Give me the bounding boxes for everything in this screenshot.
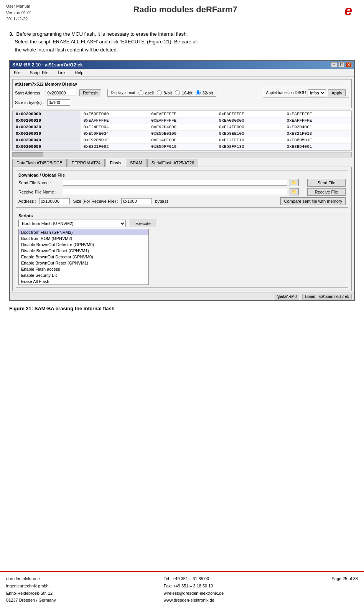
download-title: Download / Upload File	[18, 173, 346, 177]
scripts-dropdown-list: Boot from Flash (GPNVM2)Boot from ROM (G…	[18, 229, 149, 285]
company-name: dresden elektronik	[6, 575, 56, 582]
menu-script-file[interactable]: Script File	[28, 69, 51, 76]
mem-col4: 0xE321F013	[283, 130, 351, 137]
tabs-bar: DataFlash AT45DB/DCBEEPROM AT24FlashSRAM…	[12, 159, 352, 167]
table-row: 0x00200030 0xE59FE034 0xE59E0100 0xE58EE…	[13, 130, 351, 137]
list-item[interactable]: Boot from ROM (GPNVM2)	[19, 235, 148, 241]
header-left: User Manual Version 01.01 2011-12-22	[6, 3, 32, 22]
close-button[interactable]: ✕	[346, 62, 352, 68]
format-16bit-radio[interactable]	[175, 90, 180, 95]
display-format-title: Display format	[111, 91, 135, 95]
tab-sram[interactable]: SRAM	[126, 159, 147, 167]
horizontal-scrollbar[interactable]	[12, 152, 352, 157]
list-item[interactable]: Boot from Flash (GPNVM2)	[19, 229, 148, 235]
start-address-input[interactable]	[46, 90, 76, 96]
applet-title: Applet traces on DBGU	[266, 91, 306, 95]
company-logo: e	[339, 3, 358, 18]
format-16bit[interactable]: 16-bit	[175, 90, 193, 95]
receive-file-row: Receive File Name : 📁 Receive File	[18, 188, 346, 196]
list-item[interactable]: Disable BrownOut Reset (GPNVM1)	[19, 248, 148, 254]
scroll-thumb[interactable]	[13, 152, 43, 157]
company-type: ingenieurtechnik gmbh	[6, 582, 56, 590]
maximize-button[interactable]: ☐	[338, 62, 344, 68]
refresh-button[interactable]: Refresh	[79, 89, 101, 96]
mem-col2: 0xE1A0E00F	[148, 137, 216, 143]
jlink-status: \jlink\ARM0	[275, 294, 300, 299]
receive-file-input[interactable]	[63, 189, 287, 195]
receive-file-browse-button[interactable]: 📁	[290, 188, 299, 195]
format-32bit[interactable]: 32-bit	[196, 90, 213, 95]
list-item[interactable]: Disable BrownOut Detector (GPNVM0)	[19, 241, 148, 248]
footer-email: wireless@dresden-elektronik.de	[164, 590, 224, 597]
address-row: Address : Size (For Receive File) : byte…	[18, 197, 346, 205]
apply-button[interactable]: Apply	[328, 89, 346, 96]
mem-addr: 0x00200050	[13, 143, 81, 150]
execute-button[interactable]: Execute	[129, 220, 157, 227]
mem-col4: 0xEAFFFFFE	[283, 111, 351, 117]
mem-col2: 0xEAFFFFFE	[148, 117, 216, 124]
tab-dataflash-at45db/dcb[interactable]: DataFlash AT45DB/DCB	[12, 159, 67, 167]
memory-display-title: at91sam7x512 Memory Display	[15, 82, 349, 86]
receive-file-label: Receive File Name :	[18, 190, 61, 194]
send-file-button[interactable]: Send File	[307, 179, 346, 187]
list-item[interactable]: Enable BrownOut Reset (GPNVM1)	[19, 260, 148, 266]
footer-col1: dresden elektronik ingenieurtechnik gmbh…	[6, 575, 56, 604]
mem-addr: 0x00200010	[13, 117, 81, 124]
table-row: 0x00200000 0xE59FF060 0xEAFFFFFE 0xEAFFF…	[13, 111, 351, 117]
size-input[interactable]	[47, 99, 70, 106]
mem-addr: 0x00200020	[13, 124, 81, 130]
receive-file-button[interactable]: Receive File	[307, 188, 346, 196]
address-input[interactable]	[39, 198, 70, 204]
compare-button[interactable]: Compare sent file with memory	[280, 197, 346, 205]
tabs-section: DataFlash AT45DB/DCBEEPROM AT24FlashSRAM…	[12, 159, 352, 291]
applet-select[interactable]: infos	[308, 89, 326, 96]
format-ascii-radio[interactable]	[138, 90, 143, 95]
status-bar: \jlink\ARM0 Board : at91sam7x512-ek	[10, 293, 354, 300]
step-line3: the whole internal flash content will be…	[15, 47, 118, 53]
sam-ba-window: SAM-BA 2.10 - at91sam7x512-ek – ☐ ✕ File…	[9, 60, 355, 301]
list-item[interactable]: Enable Flash access	[19, 266, 148, 272]
display-format-box: Display format ascii 8-bit 16-bit 32-bit	[107, 89, 216, 97]
send-file-input[interactable]	[63, 180, 287, 186]
tab-serialflash-at25/at26[interactable]: SerialFlash AT25/AT26	[147, 159, 198, 167]
mem-col3: 0xEA000000	[216, 117, 284, 124]
start-address-label: Start Address :	[15, 91, 43, 95]
company-address: Enno-Heidebroek-Str. 12	[6, 590, 56, 597]
mem-col2: 0xE59E0100	[148, 130, 216, 137]
memory-table: 0x00200000 0xE59FF060 0xEAFFFFFE 0xEAFFF…	[13, 111, 351, 150]
mem-col2: 0xE92D4000	[148, 124, 216, 130]
step-number: 3.	[9, 31, 13, 37]
scripts-row: Boot from Flash (GPNVM2)Boot from ROM (G…	[18, 220, 346, 227]
menu-help[interactable]: Help	[72, 69, 86, 76]
size-for-receive-input[interactable]	[121, 198, 152, 204]
mem-col1: 0xE59FF060	[81, 111, 148, 117]
mem-col4: 0xE8BD4001	[283, 143, 351, 150]
page-footer: dresden elektronik ingenieurtechnik gmbh…	[0, 571, 364, 607]
format-8bit-radio[interactable]	[157, 90, 162, 95]
tab-eeprom-at24[interactable]: EEPROM AT24	[68, 159, 105, 167]
send-file-browse-button[interactable]: 📁	[290, 179, 299, 186]
scripts-section: Scripts Boot from Flash (GPNVM2)Boot fro…	[16, 211, 348, 288]
size-for-receive-label: Size (For Receive File) :	[73, 199, 118, 203]
format-8bit[interactable]: 8-bit	[157, 90, 172, 95]
mem-col1: 0xEAFFFFFE	[81, 117, 148, 124]
send-file-label: Send File Name :	[18, 180, 61, 185]
window-title: SAM-BA 2.10 - at91sam7x512-ek	[12, 62, 83, 68]
date: 2011-12-22	[6, 16, 32, 22]
table-row: 0x00200050 0xE321F092 0xE59FF010 0xE58FF…	[13, 143, 351, 150]
menu-link[interactable]: Link	[56, 69, 68, 76]
memory-display-section: at91sam7x512 Memory Display Start Addres…	[12, 79, 352, 108]
format-32bit-radio[interactable]	[196, 90, 201, 95]
scripts-dropdown[interactable]: Boot from Flash (GPNVM2)Boot from ROM (G…	[18, 220, 126, 227]
list-item[interactable]: Enable BrownOut Detector (GPNVM0)	[19, 254, 148, 260]
tab-flash[interactable]: Flash	[105, 159, 125, 167]
list-item[interactable]: Enable Security Bit	[19, 272, 148, 278]
page-title: Radio modules deRFarm7	[32, 3, 339, 15]
mem-addr: 0x00200000	[13, 111, 81, 117]
address-label: Address :	[18, 199, 36, 203]
minimize-button[interactable]: –	[331, 62, 337, 68]
menu-file[interactable]: File	[12, 69, 23, 76]
format-ascii[interactable]: ascii	[138, 90, 154, 95]
list-item[interactable]: Erase All Flash	[19, 278, 148, 284]
bytes-label: byte(s)	[155, 199, 168, 203]
